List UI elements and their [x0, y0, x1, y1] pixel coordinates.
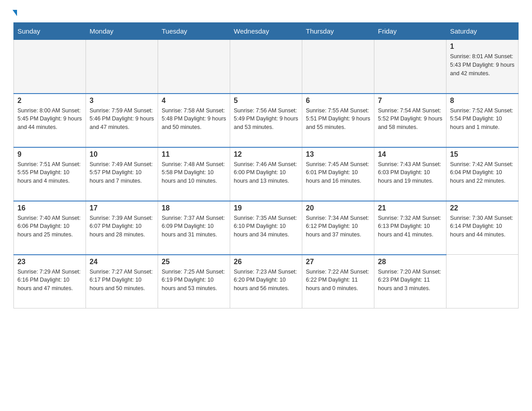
calendar-cell: 23Sunrise: 7:29 AM Sunset: 6:16 PM Dayli…: [14, 255, 86, 308]
day-number: 12: [234, 150, 298, 158]
day-number: 24: [90, 258, 154, 266]
calendar-cell: [230, 40, 302, 94]
calendar-cell: 13Sunrise: 7:45 AM Sunset: 6:01 PM Dayli…: [302, 147, 374, 201]
calendar-cell: 20Sunrise: 7:34 AM Sunset: 6:12 PM Dayli…: [302, 201, 374, 255]
calendar-cell: [14, 40, 86, 94]
day-number: 11: [162, 150, 226, 158]
weekday-header-monday: Monday: [86, 23, 158, 40]
calendar-cell: 12Sunrise: 7:46 AM Sunset: 6:00 PM Dayli…: [230, 147, 302, 201]
calendar-cell: 6Sunrise: 7:55 AM Sunset: 5:51 PM Daylig…: [302, 94, 374, 147]
weekday-header-tuesday: Tuesday: [158, 23, 230, 40]
day-number: 3: [90, 97, 154, 105]
day-info: Sunrise: 7:35 AM Sunset: 6:10 PM Dayligh…: [234, 214, 298, 239]
calendar-cell: 5Sunrise: 7:56 AM Sunset: 5:49 PM Daylig…: [230, 94, 302, 147]
day-number: 5: [234, 97, 298, 105]
calendar-cell: [302, 40, 374, 94]
weekday-header-sunday: Sunday: [14, 23, 86, 40]
calendar-cell: 14Sunrise: 7:43 AM Sunset: 6:03 PM Dayli…: [374, 147, 446, 201]
day-number: 21: [378, 204, 442, 212]
calendar-week-row: 23Sunrise: 7:29 AM Sunset: 6:16 PM Dayli…: [14, 255, 519, 308]
day-info: Sunrise: 7:54 AM Sunset: 5:52 PM Dayligh…: [378, 107, 442, 132]
weekday-header-thursday: Thursday: [302, 23, 374, 40]
day-number: 19: [234, 204, 298, 212]
day-number: 16: [17, 204, 82, 212]
day-number: 28: [378, 258, 442, 266]
calendar-cell: [446, 255, 519, 308]
calendar-cell: 21Sunrise: 7:32 AM Sunset: 6:13 PM Dayli…: [374, 201, 446, 255]
calendar-cell: 27Sunrise: 7:22 AM Sunset: 6:22 PM Dayli…: [302, 255, 374, 308]
day-info: Sunrise: 7:29 AM Sunset: 6:16 PM Dayligh…: [17, 268, 82, 293]
day-info: Sunrise: 7:30 AM Sunset: 6:14 PM Dayligh…: [450, 214, 515, 239]
calendar-cell: 2Sunrise: 8:00 AM Sunset: 5:45 PM Daylig…: [14, 94, 86, 147]
calendar-cell: 24Sunrise: 7:27 AM Sunset: 6:17 PM Dayli…: [86, 255, 158, 308]
day-number: 26: [234, 258, 298, 266]
day-number: 17: [90, 204, 154, 212]
day-info: Sunrise: 7:52 AM Sunset: 5:54 PM Dayligh…: [450, 107, 515, 132]
day-info: Sunrise: 7:43 AM Sunset: 6:03 PM Dayligh…: [378, 160, 442, 185]
day-info: Sunrise: 7:46 AM Sunset: 6:00 PM Dayligh…: [234, 160, 298, 185]
calendar-week-row: 9Sunrise: 7:51 AM Sunset: 5:55 PM Daylig…: [14, 147, 519, 201]
calendar-cell: 19Sunrise: 7:35 AM Sunset: 6:10 PM Dayli…: [230, 201, 302, 255]
logo: [13, 9, 17, 15]
day-number: 20: [306, 204, 370, 212]
day-info: Sunrise: 7:58 AM Sunset: 5:48 PM Dayligh…: [162, 107, 226, 132]
calendar-cell: 1Sunrise: 8:01 AM Sunset: 5:43 PM Daylig…: [446, 40, 519, 94]
logo-triangle-icon: [13, 10, 17, 16]
calendar-cell: 9Sunrise: 7:51 AM Sunset: 5:55 PM Daylig…: [14, 147, 86, 201]
day-info: Sunrise: 7:45 AM Sunset: 6:01 PM Dayligh…: [306, 160, 370, 185]
day-number: 15: [450, 150, 515, 158]
day-info: Sunrise: 7:25 AM Sunset: 6:19 PM Dayligh…: [162, 268, 226, 293]
calendar-week-row: 16Sunrise: 7:40 AM Sunset: 6:06 PM Dayli…: [14, 201, 519, 255]
day-info: Sunrise: 8:01 AM Sunset: 5:43 PM Dayligh…: [450, 52, 515, 77]
day-info: Sunrise: 7:56 AM Sunset: 5:49 PM Dayligh…: [234, 107, 298, 132]
day-info: Sunrise: 7:59 AM Sunset: 5:46 PM Dayligh…: [90, 107, 154, 132]
calendar-cell: [158, 40, 230, 94]
day-number: 8: [450, 97, 515, 105]
calendar-cell: [374, 40, 446, 94]
day-info: Sunrise: 8:00 AM Sunset: 5:45 PM Dayligh…: [17, 107, 82, 132]
calendar-week-row: 1Sunrise: 8:01 AM Sunset: 5:43 PM Daylig…: [14, 40, 519, 94]
day-info: Sunrise: 7:22 AM Sunset: 6:22 PM Dayligh…: [306, 268, 370, 293]
day-info: Sunrise: 7:39 AM Sunset: 6:07 PM Dayligh…: [90, 214, 154, 239]
calendar-week-row: 2Sunrise: 8:00 AM Sunset: 5:45 PM Daylig…: [14, 94, 519, 147]
day-number: 10: [90, 150, 154, 158]
day-number: 25: [162, 258, 226, 266]
calendar-cell: 4Sunrise: 7:58 AM Sunset: 5:48 PM Daylig…: [158, 94, 230, 147]
calendar-cell: 7Sunrise: 7:54 AM Sunset: 5:52 PM Daylig…: [374, 94, 446, 147]
day-info: Sunrise: 7:51 AM Sunset: 5:55 PM Dayligh…: [17, 160, 82, 185]
day-info: Sunrise: 7:20 AM Sunset: 6:23 PM Dayligh…: [378, 268, 442, 293]
calendar-cell: 10Sunrise: 7:49 AM Sunset: 5:57 PM Dayli…: [86, 147, 158, 201]
calendar-cell: 28Sunrise: 7:20 AM Sunset: 6:23 PM Dayli…: [374, 255, 446, 308]
day-info: Sunrise: 7:34 AM Sunset: 6:12 PM Dayligh…: [306, 214, 370, 239]
calendar-cell: 15Sunrise: 7:42 AM Sunset: 6:04 PM Dayli…: [446, 147, 519, 201]
weekday-header-saturday: Saturday: [446, 23, 519, 40]
calendar-cell: 8Sunrise: 7:52 AM Sunset: 5:54 PM Daylig…: [446, 94, 519, 147]
calendar-table: SundayMondayTuesdayWednesdayThursdayFrid…: [13, 22, 519, 308]
weekday-header-wednesday: Wednesday: [230, 23, 302, 40]
day-number: 14: [378, 150, 442, 158]
calendar-cell: 26Sunrise: 7:23 AM Sunset: 6:20 PM Dayli…: [230, 255, 302, 308]
day-number: 7: [378, 97, 442, 105]
day-number: 18: [162, 204, 226, 212]
day-number: 1: [450, 43, 515, 51]
calendar-cell: 11Sunrise: 7:48 AM Sunset: 5:58 PM Dayli…: [158, 147, 230, 201]
day-info: Sunrise: 7:27 AM Sunset: 6:17 PM Dayligh…: [90, 268, 154, 293]
day-info: Sunrise: 7:32 AM Sunset: 6:13 PM Dayligh…: [378, 214, 442, 239]
calendar-cell: 25Sunrise: 7:25 AM Sunset: 6:19 PM Dayli…: [158, 255, 230, 308]
day-info: Sunrise: 7:23 AM Sunset: 6:20 PM Dayligh…: [234, 268, 298, 293]
calendar-cell: 3Sunrise: 7:59 AM Sunset: 5:46 PM Daylig…: [86, 94, 158, 147]
day-info: Sunrise: 7:42 AM Sunset: 6:04 PM Dayligh…: [450, 160, 515, 185]
day-info: Sunrise: 7:48 AM Sunset: 5:58 PM Dayligh…: [162, 160, 226, 185]
day-number: 27: [306, 258, 370, 266]
day-info: Sunrise: 7:37 AM Sunset: 6:09 PM Dayligh…: [162, 214, 226, 239]
calendar-cell: 17Sunrise: 7:39 AM Sunset: 6:07 PM Dayli…: [86, 201, 158, 255]
weekday-header-friday: Friday: [374, 23, 446, 40]
day-number: 2: [17, 97, 82, 105]
day-number: 13: [306, 150, 370, 158]
header: [13, 9, 519, 15]
day-number: 23: [17, 258, 82, 266]
day-number: 9: [17, 150, 82, 158]
day-number: 4: [162, 97, 226, 105]
day-number: 6: [306, 97, 370, 105]
day-info: Sunrise: 7:49 AM Sunset: 5:57 PM Dayligh…: [90, 160, 154, 185]
